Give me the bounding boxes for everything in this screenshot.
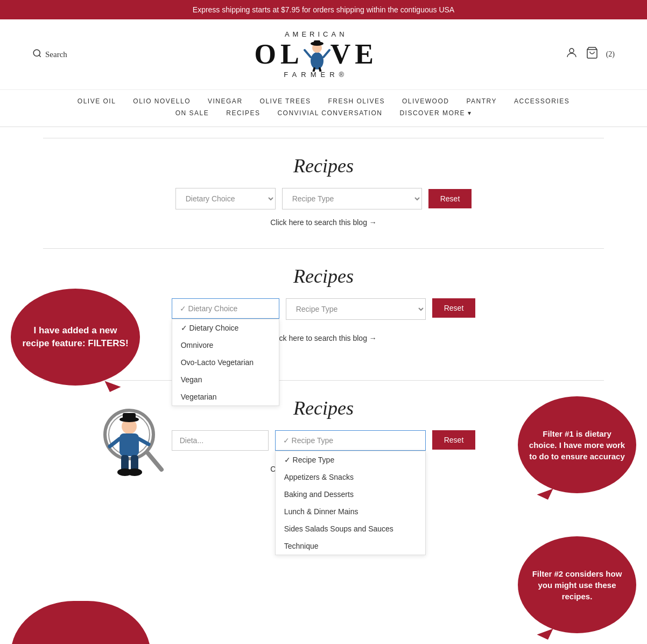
- dropdown-item-appetizers[interactable]: Appetizers & Snacks: [276, 468, 425, 486]
- cart-icon[interactable]: [586, 46, 599, 62]
- header-icons: (2): [565, 46, 615, 62]
- recipes-section-1: Recipes Dietary Choice Omnivore Ovo-Lact…: [43, 144, 604, 243]
- recipe-type-dropdown-container: ✓ Recipe Type Recipe Type Appetizers & S…: [275, 430, 426, 451]
- logo-ol: OL: [255, 40, 304, 68]
- filter-row-1: Dietary Choice Omnivore Ovo-Lacto Vegeta…: [175, 188, 472, 209]
- bubble-filter2: Filter #2 considers how you might use th…: [518, 536, 636, 633]
- nav-accessories[interactable]: ACCESSORIES: [514, 97, 569, 105]
- site-logo[interactable]: AMERICAN OL: [255, 30, 378, 79]
- bubble-general-search: You can use either, both, or neither fil…: [11, 601, 151, 644]
- dietary-choice-trigger-2[interactable]: ✓ Dietary Choice: [172, 298, 279, 319]
- cart-count: (2): [606, 50, 615, 59]
- nav-recipes[interactable]: RECIPES: [226, 109, 260, 117]
- dietary-dropdown-menu: Dietary Choice Omnivore Ovo-Lacto Vegeta…: [172, 319, 279, 406]
- mascot-figure: [86, 397, 183, 515]
- blog-link-2[interactable]: Click here to search this blog →: [270, 334, 377, 342]
- logo-ve: VE: [330, 40, 378, 68]
- dropdown-item-baking[interactable]: Baking and Desserts: [276, 486, 425, 503]
- dropdown-item-omnivore[interactable]: Omnivore: [172, 337, 279, 354]
- dropdown-item-dietary-choice[interactable]: Dietary Choice: [172, 319, 279, 337]
- filter-row-3: Dieta... ✓ Recipe Type Recipe Type Appet…: [172, 430, 476, 451]
- main-nav: OLIVE OIL OLIO NOVELLO VINEGAR OLIVE TRE…: [0, 90, 647, 127]
- section-3-title: Recipes: [293, 397, 354, 419]
- divider-2: [43, 248, 604, 249]
- nav-fresh-olives[interactable]: FRESH OLIVES: [328, 97, 385, 105]
- nav-olio-novello[interactable]: OLIO NOVELLO: [133, 97, 191, 105]
- svg-line-9: [320, 68, 321, 72]
- dropdown-item-vegetarian[interactable]: Vegetarian: [172, 388, 279, 405]
- svg-line-8: [313, 68, 314, 72]
- nav-top-row: OLIVE OIL OLIO NOVELLO VINEGAR OLIVE TRE…: [0, 97, 647, 105]
- site-header: Search AMERICAN OL: [0, 19, 647, 90]
- nav-olivewood[interactable]: OLIVEWOOD: [402, 97, 449, 105]
- svg-rect-18: [119, 433, 139, 456]
- svg-rect-17: [123, 413, 136, 421]
- section-1-title: Recipes: [293, 155, 354, 177]
- svg-point-0: [33, 50, 40, 56]
- reset-button-1[interactable]: Reset: [428, 189, 472, 208]
- dropdown-item-recipe-type[interactable]: Recipe Type: [276, 451, 425, 468]
- dropdown-item-ovo-lacto[interactable]: Ovo-Lacto Vegetarian: [172, 354, 279, 371]
- search-button[interactable]: Search: [32, 48, 67, 60]
- svg-line-7: [324, 50, 329, 57]
- svg-point-2: [311, 52, 324, 69]
- main-content: I have added a new recipe feature: FILTE…: [0, 138, 647, 569]
- nav-convivial[interactable]: CONVIVIAL CONVERSATION: [277, 109, 382, 117]
- mascot-container: [86, 397, 183, 517]
- svg-line-14: [148, 453, 161, 470]
- search-icon: [32, 48, 42, 60]
- divider-1: [43, 138, 604, 138]
- dropdown-item-vegan[interactable]: Vegan: [172, 371, 279, 388]
- bubble-filters: I have added a new recipe feature: FILTE…: [11, 289, 140, 386]
- nav-on-sale[interactable]: ON SALE: [175, 109, 209, 117]
- nav-bottom-row: ON SALE RECIPES CONVIVIAL CONVERSATION D…: [0, 109, 647, 117]
- section-1-inner: Recipes Dietary Choice Omnivore Ovo-Lact…: [43, 155, 604, 237]
- svg-point-24: [127, 468, 142, 476]
- logo-figure-icon: [304, 38, 330, 71]
- reset-button-2[interactable]: Reset: [432, 298, 476, 318]
- nav-olive-oil[interactable]: OLIVE OIL: [78, 97, 116, 105]
- account-icon[interactable]: [565, 46, 578, 62]
- svg-point-10: [569, 48, 574, 53]
- dropdown-item-lunch-dinner[interactable]: Lunch & Dinner Mains: [276, 503, 425, 520]
- divider-3: [43, 380, 604, 381]
- recipe-type-select-1[interactable]: Recipe Type Appetizers & Snacks Baking a…: [282, 188, 422, 209]
- dietary-choice-select-1[interactable]: Dietary Choice Omnivore Ovo-Lacto Vegeta…: [175, 188, 276, 209]
- section-2-title: Recipes: [293, 265, 354, 288]
- dietary-dropdown-container: ✓ Dietary Choice Dietary Choice Omnivore…: [172, 298, 279, 319]
- recipe-type-select-2[interactable]: Recipe Type Appetizers & Snacks Baking a…: [286, 298, 426, 320]
- recipe-type-dropdown-menu: Recipe Type Appetizers & Snacks Baking a…: [275, 451, 426, 555]
- dropdown-item-sides-salads[interactable]: Sides Salads Soups and Sauces: [276, 520, 425, 537]
- dietary-choice-trigger-3[interactable]: Dieta...: [172, 430, 269, 451]
- blog-link-1[interactable]: Click here to search this blog →: [270, 218, 377, 227]
- svg-line-6: [305, 50, 311, 57]
- reset-button-3[interactable]: Reset: [432, 430, 476, 450]
- filter-row-2: ✓ Dietary Choice Dietary Choice Omnivore…: [172, 298, 476, 320]
- recipe-type-trigger-3[interactable]: ✓ Recipe Type: [275, 430, 426, 451]
- nav-discover-more[interactable]: DISCOVER MORE ▾: [399, 109, 472, 117]
- nav-pantry[interactable]: PANTRY: [466, 97, 497, 105]
- svg-rect-5: [314, 40, 320, 45]
- nav-vinegar[interactable]: VINEGAR: [208, 97, 243, 105]
- bubble-filter1: Filter #1 is dietary choice. I have more…: [518, 396, 636, 493]
- promo-banner: Express shipping starts at $7.95 for ord…: [0, 0, 647, 19]
- dropdown-item-technique[interactable]: Technique: [276, 537, 425, 555]
- nav-olive-trees[interactable]: OLIVE TREES: [260, 97, 311, 105]
- svg-line-1: [39, 55, 40, 57]
